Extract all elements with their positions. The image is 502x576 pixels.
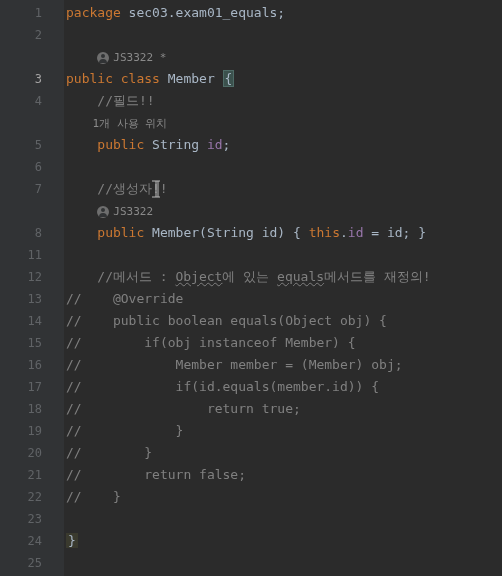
keyword: public [66,225,144,240]
comment: // if(obj instanceof Member) { [66,335,356,350]
param-type: String [207,225,262,240]
code-line[interactable] [64,244,502,266]
code-line[interactable]: // Member member = (Member) obj; [64,354,502,376]
author-annotation[interactable]: JS3322 * [64,46,502,68]
line-number [0,46,64,68]
keyword: public [66,71,113,86]
line-number [0,112,64,134]
line-number: 18 [0,398,64,420]
comment: // Member member = (Member) obj; [66,357,403,372]
line-number: 24 [0,530,64,552]
comment-wavy: equals [277,269,324,284]
line-number: 17 [0,376,64,398]
code-line[interactable]: package sec03.exam01_equals; [64,2,502,24]
author-icon [97,206,109,218]
keyword: class [113,71,160,86]
line-number: 21 [0,464,64,486]
code-line[interactable]: // } [64,442,502,464]
line-number: 13 [0,288,64,310]
package-name: sec03.exam01_equals [121,5,278,20]
code-line[interactable]: //메서드 : Object에 있는 equals메서드를 재정의! [64,266,502,288]
code-line[interactable] [64,24,502,46]
rhs: id [387,225,403,240]
comment: // if(id.equals(member.id)) { [66,379,379,394]
author-name: JS3322 [113,205,153,218]
code-line[interactable]: public String id; [64,134,502,156]
line-number: 25 [0,552,64,574]
author-name: JS3322 * [113,51,166,64]
line-number: 11 [0,244,64,266]
code-line[interactable]: // if(obj instanceof Member) { [64,332,502,354]
code-line[interactable]: public Member(String id) { this.id = id;… [64,222,502,244]
usage-text: 1개 사용 위치 [66,117,167,130]
field: id [207,137,223,152]
comment: // public boolean equals(Object obj) { [66,313,387,328]
constructor-name: Member [144,225,199,240]
code-line[interactable] [64,552,502,574]
class-name: Member [160,71,223,86]
code-editor[interactable]: package sec03.exam01_equals; JS3322 * pu… [64,0,502,576]
author-annotation[interactable]: JS3322 [64,200,502,222]
keyword: package [66,5,121,20]
brace: { [293,225,309,240]
semicolon: ; [277,5,285,20]
code-line[interactable]: //필드!! [64,90,502,112]
code-line[interactable]: // @Override [64,288,502,310]
comment-wavy: Object [175,269,222,284]
line-number: 22 [0,486,64,508]
closing-brace-highlight: } [66,533,78,548]
line-number: 20 [0,442,64,464]
code-line[interactable]: //생성자!! [64,178,502,200]
line-number: 14 [0,310,64,332]
keyword: public [66,137,144,152]
brace-highlight: { [223,70,235,87]
code-line[interactable]: // if(id.equals(member.id)) { [64,376,502,398]
line-number: 4 [0,90,64,112]
type: String [144,137,207,152]
line-number: 23 [0,508,64,530]
line-number: 19 [0,420,64,442]
line-number: 16 [0,354,64,376]
line-number: 12 [0,266,64,288]
comment: //필드!! [66,93,155,108]
code-line[interactable]: // } [64,486,502,508]
paren: ( [199,225,207,240]
paren: ) [277,225,293,240]
code-line[interactable] [64,156,502,178]
code-line[interactable]: } [64,530,502,552]
comment: 메서드를 재정의! [324,269,431,284]
gutter: 1 2 3 4 5 6 7 8 11 12 13 14 15 16 17 18 … [0,0,64,576]
dot: . [340,225,348,240]
line-number: 6 [0,156,64,178]
equals-op: = [363,225,386,240]
comment: // } [66,423,183,438]
comment: //생성자!! [66,181,168,196]
code-line[interactable]: // public boolean equals(Object obj) { [64,310,502,332]
semicolon: ; [223,137,231,152]
code-line[interactable]: public class Member { [64,68,502,90]
semicolon: ; [403,225,419,240]
comment: 에 있는 [222,269,277,284]
code-line[interactable]: // } [64,420,502,442]
line-number: 5 [0,134,64,156]
line-number: 2 [0,24,64,46]
code-line[interactable] [64,508,502,530]
line-number [0,200,64,222]
author-icon [97,52,109,64]
this-keyword: this [309,225,340,240]
comment: // return false; [66,467,246,482]
comment: // return true; [66,401,301,416]
comment: // } [66,489,121,504]
comment: //메서드 : [66,269,175,284]
param-name: id [262,225,278,240]
usage-annotation[interactable]: 1개 사용 위치 [64,112,502,134]
code-line[interactable]: // return true; [64,398,502,420]
comment: // @Override [66,291,183,306]
line-number: 8 [0,222,64,244]
code-line[interactable]: // return false; [64,464,502,486]
brace: } [418,225,426,240]
comment: // } [66,445,152,460]
line-number: 7 [0,178,64,200]
field: id [348,225,364,240]
line-number: 15 [0,332,64,354]
